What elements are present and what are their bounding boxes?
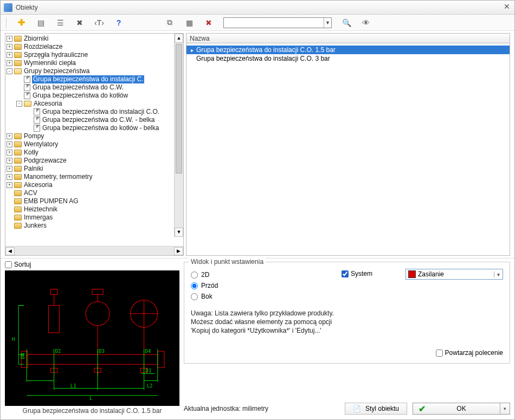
collapse-icon[interactable]: - <box>7 68 12 74</box>
tools-icon[interactable]: ✖ <box>75 18 85 28</box>
collapse-icon[interactable]: - <box>16 101 22 107</box>
find-icon[interactable]: 👁 <box>361 18 371 28</box>
object-style-label: Styl obiektu <box>365 405 399 412</box>
search-combo[interactable]: ▼ <box>223 17 332 28</box>
tree-row[interactable]: +Pompy <box>7 132 183 140</box>
scroll-left-icon[interactable]: ◀ <box>5 247 15 255</box>
list-header[interactable]: Nazwa <box>186 34 510 43</box>
tree-item-label: Akcesoria <box>33 100 63 108</box>
svg-text:D3: D3 <box>99 348 105 354</box>
help-icon[interactable]: ? <box>114 18 124 28</box>
expand-icon[interactable]: + <box>7 150 12 156</box>
list-icon[interactable]: ☰ <box>55 18 65 28</box>
view-2d-radio[interactable] <box>191 272 198 279</box>
repeat-checkbox[interactable] <box>436 350 443 357</box>
tree-row[interactable]: Grupa bezpieczeństwa do instalacji C. <box>7 75 183 83</box>
search-dropdown-icon[interactable]: ▼ <box>324 18 331 28</box>
tree-row[interactable]: Grupa bezpieczeństwa do kotłów - belka <box>7 124 183 132</box>
tree-row[interactable]: -Akcesoria <box>7 100 183 108</box>
folder-icon <box>14 198 22 204</box>
tree-row[interactable]: +Wymienniki ciepła <box>7 59 183 67</box>
expand-icon[interactable]: + <box>7 158 12 164</box>
tree-item-label: Grupa bezpieczeństwa do C.W. - belka <box>42 116 155 124</box>
toolbar: ✚ ▤ ☰ ✖ ‹T› ? ⧉ ▦ ✖ ▼ 🔍 👁 <box>1 15 514 31</box>
tree-row[interactable]: Grupa bezpieczeństwa do C.W. - belka <box>7 116 183 124</box>
row-indicator-icon <box>191 46 196 54</box>
tree-item-label: Grupa bezpieczeństwa do instalacji C. <box>32 75 144 83</box>
grid-icon[interactable]: ▦ <box>184 18 194 28</box>
object-style-button[interactable]: 📄 Styl obiektu <box>345 403 407 415</box>
search-input[interactable] <box>224 18 324 28</box>
expand-icon[interactable]: + <box>7 174 12 180</box>
hscroll-track[interactable] <box>15 247 174 255</box>
list-item-label: Grupa bezpieczeństwa do instalacji C.O. … <box>196 46 336 54</box>
folder-icon <box>14 190 22 196</box>
list-header-label: Nazwa <box>190 35 210 42</box>
view-front-radio[interactable] <box>191 282 198 289</box>
tree-row[interactable]: Junkers <box>7 222 183 230</box>
expand-icon[interactable]: + <box>7 60 12 66</box>
vscroll-thumb[interactable] <box>176 44 182 173</box>
expand-icon[interactable]: + <box>7 36 12 42</box>
folder-icon <box>14 68 22 74</box>
folder-icon <box>14 52 22 58</box>
tree-item-label: Grupa bezpieczeństwa do C.W. <box>32 83 124 92</box>
ok-button[interactable]: ✔ OK ▾ <box>413 403 510 415</box>
ok-dropdown-icon[interactable]: ▾ <box>500 403 510 414</box>
scroll-down-icon[interactable]: ▼ <box>175 228 183 237</box>
search-icon[interactable]: 🔍 <box>342 18 351 28</box>
delete-icon[interactable]: ✖ <box>204 18 214 28</box>
tree-row[interactable]: Grupa bezpieczeństwa do instalacji C.O. <box>7 108 183 116</box>
svg-text:L: L <box>89 396 93 401</box>
folder-icon <box>14 223 22 229</box>
expand-icon[interactable]: + <box>7 182 12 188</box>
tree-row[interactable]: +Sprzęgła hydrauliczne <box>7 51 183 59</box>
tree-row[interactable]: Grupa bezpieczeństwa do C.W. <box>7 83 183 92</box>
tree-row[interactable]: Heiztechnik <box>7 205 183 214</box>
scroll-right-icon[interactable]: ▶ <box>174 247 183 255</box>
expand-icon[interactable]: + <box>7 166 12 172</box>
system-checkbox[interactable] <box>342 270 349 277</box>
list-row[interactable]: Grupa bezpieczeństwa do instalacji C.O. … <box>186 46 510 54</box>
tree-row[interactable]: +Manometry, termometry <box>7 173 183 181</box>
expand-icon[interactable]: + <box>7 52 12 58</box>
folder-icon <box>14 60 22 66</box>
tree-row[interactable]: +Zbiorniki <box>7 35 183 43</box>
chevron-down-icon[interactable]: ▾ <box>494 272 503 277</box>
tree-row[interactable]: +Wentylatory <box>7 140 183 148</box>
sort-checkbox[interactable] <box>5 261 12 268</box>
list-body[interactable]: Grupa bezpieczeństwa do instalacji C.O. … <box>186 43 510 255</box>
tree-row[interactable]: +Podgrzewacze <box>7 157 183 165</box>
category-tree[interactable]: +Zbiorniki+Rozdzielacze+Sprzęgła hydraul… <box>5 34 183 231</box>
tree-item-label: Grupa bezpieczeństwa do kotłów - belka <box>42 124 159 132</box>
vscroll-track[interactable] <box>175 43 183 228</box>
copy-icon[interactable]: ⧉ <box>165 18 175 28</box>
tree-row[interactable]: +Akcesoria <box>7 181 183 189</box>
view-side-radio[interactable] <box>191 293 198 300</box>
form-icon[interactable]: ▤ <box>36 18 46 28</box>
tree-vscrollbar[interactable]: ▲ ▼ <box>174 34 183 237</box>
expand-icon[interactable]: + <box>7 44 12 50</box>
tree-row[interactable]: +Rozdzielacze <box>7 43 183 51</box>
tree-row[interactable]: Immergas <box>7 214 183 222</box>
folder-icon <box>14 206 22 212</box>
tree-row[interactable]: +Palniki <box>7 165 183 173</box>
expand-icon[interactable]: + <box>7 141 12 147</box>
tree-row[interactable]: EMB PUMPEN AG <box>7 197 183 205</box>
tree-panel: +Zbiorniki+Rozdzielacze+Sprzęgła hydraul… <box>5 33 184 256</box>
tree-row[interactable]: ACV <box>7 189 183 197</box>
tree-row[interactable]: Grupa bezpieczeństwa do kotłów <box>7 92 183 100</box>
list-row[interactable]: Grupa bezpieczeństwa do instalacji C.O. … <box>186 54 510 63</box>
new-icon[interactable]: ✚ <box>16 18 26 28</box>
feed-select[interactable]: Zasilanie ▾ <box>405 269 503 280</box>
tree-hscrollbar[interactable]: ◀ ▶ <box>5 246 183 255</box>
tree-row[interactable]: +Kotły <box>7 148 183 157</box>
svg-rect-0 <box>27 354 158 364</box>
scroll-up-icon[interactable]: ▲ <box>175 34 183 43</box>
svg-text:DN: DN <box>20 353 25 359</box>
tree-row[interactable]: -Grupy bezpieczeństwa <box>7 67 183 75</box>
expand-icon[interactable]: + <box>7 133 12 139</box>
close-icon[interactable]: ✕ <box>503 3 511 11</box>
document-icon <box>24 76 30 83</box>
text-tag-icon[interactable]: ‹T› <box>94 18 104 28</box>
